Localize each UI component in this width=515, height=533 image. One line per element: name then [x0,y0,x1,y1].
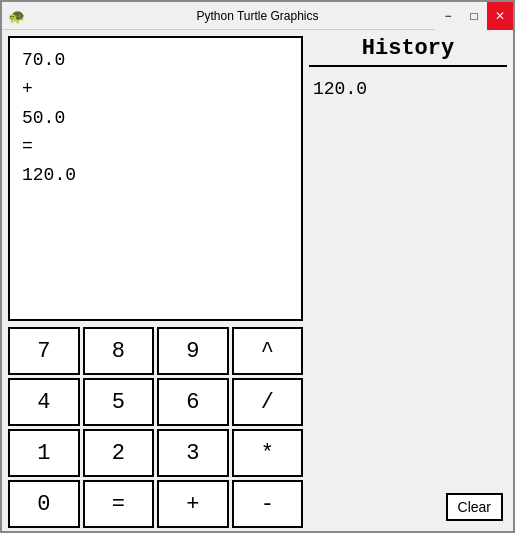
history-list: 120.0 [309,75,507,525]
calc-btn-div[interactable]: / [232,378,304,426]
calc-buttons: 789^456/123*0=+- [8,327,303,528]
calc-btn-5[interactable]: 5 [83,378,155,426]
display-line: 120.0 [22,161,289,190]
calc-btn-7[interactable]: 7 [8,327,80,375]
window-controls: − □ ✕ [435,2,513,30]
close-button[interactable]: ✕ [487,2,513,30]
display-line: 50.0 [22,104,289,133]
calc-btn-minus[interactable]: - [232,480,304,528]
calc-btn-0[interactable]: 0 [8,480,80,528]
title-bar: 🐢 Python Turtle Graphics − □ ✕ [2,2,513,30]
calc-btn-plus[interactable]: + [157,480,229,528]
display-area: 70.0+50.0=120.0 [8,36,303,321]
calc-btn-6[interactable]: 6 [157,378,229,426]
clear-button[interactable]: Clear [446,493,503,521]
window: 🐢 Python Turtle Graphics − □ ✕ 70.0+50.0… [0,0,515,533]
calc-btn-8[interactable]: 8 [83,327,155,375]
content-area: 70.0+50.0=120.0 789^456/123*0=+- History… [2,30,513,531]
calc-btn-1[interactable]: 1 [8,429,80,477]
history-header: History [309,36,507,67]
left-panel: 70.0+50.0=120.0 789^456/123*0=+- [8,36,303,525]
calc-btn-pow[interactable]: ^ [232,327,304,375]
calc-btn-2[interactable]: 2 [83,429,155,477]
window-title: Python Turtle Graphics [196,9,318,23]
right-panel: History 120.0 Clear [309,36,507,525]
minimize-button[interactable]: − [435,2,461,30]
calc-btn-mul[interactable]: * [232,429,304,477]
display-line: = [22,132,289,161]
calc-btn-equals[interactable]: = [83,480,155,528]
display-line: 70.0 [22,46,289,75]
app-icon: 🐢 [8,7,25,24]
calc-btn-4[interactable]: 4 [8,378,80,426]
calc-btn-9[interactable]: 9 [157,327,229,375]
calc-btn-3[interactable]: 3 [157,429,229,477]
maximize-button[interactable]: □ [461,2,487,30]
display-line: + [22,75,289,104]
history-item: 120.0 [313,79,503,99]
